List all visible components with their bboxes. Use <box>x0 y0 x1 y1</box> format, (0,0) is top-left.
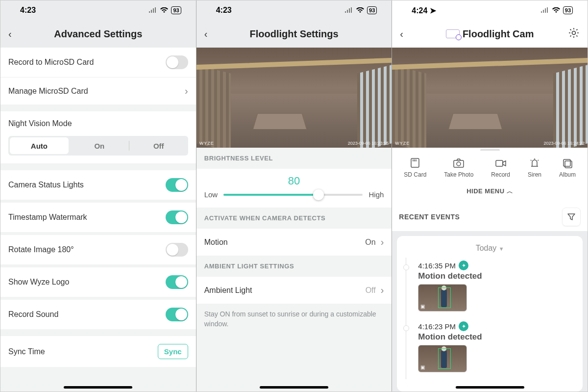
event-item[interactable]: 4:16:35 PM ✦ Motion detected ▣ <box>406 258 583 318</box>
manage-microsd-label: Manage MicroSD Card <box>8 87 88 96</box>
brightness-slider-group: 80 Low High <box>196 169 392 208</box>
battery-icon: 93 <box>367 6 377 14</box>
status-bar: 4:24 ➤ 93 <box>392 0 588 20</box>
event-time: 4:16:35 PM <box>418 261 456 270</box>
event-title: Motion detected <box>418 332 575 342</box>
timestamp-label: Timestamp Watermark <box>8 213 87 222</box>
svg-point-0 <box>572 31 576 35</box>
status-bar: 4:23 93 <box>196 0 392 20</box>
manage-microsd-row[interactable]: Manage MicroSD Card › <box>0 78 196 105</box>
album-button[interactable]: Album <box>559 157 576 178</box>
status-lights-toggle[interactable] <box>166 178 188 192</box>
night-vision-segmented: Auto On Off <box>8 136 188 156</box>
rotate-toggle[interactable] <box>166 243 188 257</box>
filter-icon <box>567 212 576 221</box>
events-header: RECENT EVENTS <box>399 213 460 221</box>
svg-rect-5 <box>564 159 570 166</box>
chevron-right-icon: › <box>381 236 384 248</box>
svg-rect-2 <box>454 160 464 167</box>
events-header-row: RECENT EVENTS <box>392 203 588 231</box>
status-time: 4:23 <box>20 6 36 15</box>
ambient-label: Ambient Light <box>204 286 252 295</box>
motion-badge-icon: ✦ <box>459 261 468 270</box>
sync-button[interactable]: Sync <box>158 344 188 359</box>
night-vision-row: Night Vision Mode <box>0 111 196 131</box>
take-photo-button[interactable]: Take Photo <box>444 157 473 178</box>
camera-preview[interactable]: WYZE 2023-09-06 16:24:22 <box>392 48 588 148</box>
record-button[interactable]: Record <box>491 157 510 178</box>
status-right: 93 <box>148 6 181 14</box>
siren-button[interactable]: Siren <box>528 157 541 178</box>
brightness-slider[interactable] <box>223 194 363 196</box>
camera-preview[interactable]: WYZE 2023-09-06 16:23:55 <box>196 48 392 148</box>
record-microsd-toggle[interactable] <box>166 55 188 69</box>
image-icon: ▣ <box>420 365 425 370</box>
brightness-low-label: Low <box>204 190 218 199</box>
page-title: Floodlight Settings <box>196 28 392 40</box>
camera-timestamp: 2023-09-06 16:24:22 <box>543 141 585 146</box>
page-title: Floodlight Cam <box>463 28 534 40</box>
logo-toggle[interactable] <box>166 275 188 289</box>
floodlight-settings-screen: 4:23 93 ‹ Floodlight Settings WYZE 2023-… <box>196 0 392 392</box>
camera-icon <box>446 29 460 38</box>
sync-time-row: Sync Time Sync <box>0 336 196 367</box>
motion-badge-icon: ✦ <box>459 321 468 331</box>
gear-icon <box>568 27 580 39</box>
battery-icon: 93 <box>171 6 181 14</box>
day-selector[interactable]: Today ▼ <box>397 241 583 258</box>
hide-menu-button[interactable]: HIDE MENU ︿ <box>392 182 588 203</box>
status-lights-row: Camera Status Lights <box>0 170 196 200</box>
header: ‹ Advanced Settings <box>0 20 196 48</box>
events-area: Today ▼ 4:16:35 PM ✦ Motion detected ▣ <box>392 231 588 392</box>
page-title-group: Floodlight Cam <box>392 28 588 40</box>
motion-label: Motion <box>204 238 228 247</box>
night-vision-on[interactable]: On <box>70 136 129 156</box>
signal-icon <box>148 7 157 13</box>
image-icon: ▣ <box>420 304 425 309</box>
status-right: 93 <box>344 6 377 14</box>
sound-row: Record Sound <box>0 300 196 329</box>
motion-row[interactable]: Motion On › <box>196 229 392 256</box>
event-title: Motion detected <box>418 271 575 281</box>
settings-button[interactable] <box>568 27 580 41</box>
ambient-light-row[interactable]: Ambient Light Off › <box>196 277 392 304</box>
night-vision-label: Night Vision Mode <box>8 119 72 128</box>
record-icon <box>495 157 507 168</box>
wifi-icon <box>356 7 364 13</box>
events-timeline: 4:16:35 PM ✦ Motion detected ▣ 4:16:23 P… <box>406 258 583 379</box>
logo-label: Show Wyze Logo <box>8 278 69 287</box>
event-thumbnail[interactable]: ▣ <box>418 345 467 372</box>
sd-card-button[interactable]: SD Card <box>404 157 426 178</box>
rotate-row: Rotate Image 180° <box>0 235 196 264</box>
status-bar: 4:23 93 <box>0 0 196 20</box>
night-vision-off[interactable]: Off <box>129 136 188 156</box>
motion-value: On <box>365 238 375 247</box>
filter-button[interactable] <box>562 208 581 226</box>
camera-icon <box>453 157 465 168</box>
brightness-header: BRIGHTNESS LEVEL <box>196 148 392 169</box>
night-vision-auto[interactable]: Auto <box>10 137 69 154</box>
event-thumbnail[interactable]: ▣ <box>418 284 467 312</box>
status-time: 4:23 <box>216 6 232 15</box>
event-item[interactable]: 4:16:23 PM ✦ Motion detected ▣ <box>406 318 583 379</box>
home-indicator <box>456 386 524 389</box>
battery-icon: 93 <box>563 6 573 14</box>
wifi-icon <box>160 7 168 13</box>
header: ‹ Floodlight Cam <box>392 20 588 48</box>
brightness-value: 80 <box>204 171 384 190</box>
header: ‹ Floodlight Settings <box>196 20 392 48</box>
advanced-settings-screen: 4:23 93 ‹ Advanced Settings Record to Mi… <box>0 0 196 392</box>
quick-actions-row: SD Card Take Photo Record Siren Album <box>392 151 588 182</box>
timestamp-toggle[interactable] <box>166 210 188 224</box>
svg-rect-6 <box>565 161 572 168</box>
signal-icon <box>344 7 353 13</box>
signal-icon <box>540 7 549 13</box>
sound-toggle[interactable] <box>166 308 188 321</box>
home-indicator <box>260 386 328 389</box>
chevron-down-icon: ▼ <box>499 246 504 252</box>
page-title: Advanced Settings <box>0 28 196 40</box>
siren-icon <box>529 157 540 168</box>
status-lights-label: Camera Status Lights <box>8 181 84 189</box>
sd-card-icon <box>409 157 421 168</box>
wifi-icon <box>552 7 560 13</box>
